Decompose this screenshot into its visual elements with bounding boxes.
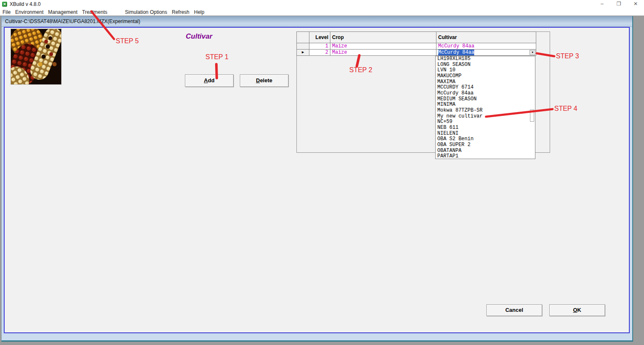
ok-button[interactable]: OK [549, 304, 605, 316]
grid-header-row: Level Crop Cultivar [297, 32, 536, 43]
grid-row-2: ▶ 2 Maize McCurdy 84aa▼ [297, 50, 536, 56]
child-window-title: Cultivar-C:\DSSAT48\MAIZE\UFGA8201.MZX(E… [5, 18, 140, 24]
dropdown-item[interactable]: OBA S2 Benin [436, 136, 535, 142]
xbuild-app-window: ✕ XBuild v 4.8.0 – ❐ ✕ File Environment … [0, 0, 644, 345]
level-cell[interactable]: 2 [309, 50, 330, 56]
dropdown-item[interactable]: MINIMA [436, 102, 535, 108]
dropdown-item[interactable]: NIELENI [436, 131, 535, 137]
cultivar-selected-text: McCurdy 84aa [438, 50, 474, 55]
delete-button[interactable]: Delete [240, 74, 288, 87]
step2-label: STEP 2 [349, 66, 372, 74]
dropdown-item[interactable]: OBA SUPER 2 [436, 142, 535, 148]
dropdown-item[interactable]: PARTAP1 [436, 154, 535, 159]
crop-cell[interactable]: Maize [330, 50, 436, 56]
treatments-grid: Level Crop Cultivar 1 Maize McCurdy 84aa… [296, 31, 536, 56]
page-title: Cultivar [186, 32, 212, 41]
add-button[interactable]: Add [185, 74, 234, 87]
grid-row-1: 1 Maize McCurdy 84aa [297, 43, 536, 50]
grid-header-level: Level [309, 32, 330, 43]
cultivar-dropdown-list: LH198XLH185LONG SEASONLVN 10MAKUCOMPMAXI… [435, 56, 535, 159]
cultivar-cell[interactable]: McCurdy 84aa [436, 43, 536, 50]
close-icon[interactable]: ✕ [627, 0, 644, 8]
minimize-icon[interactable]: – [594, 0, 610, 8]
step4-label: STEP 4 [554, 105, 577, 112]
dropdown-item[interactable]: My new cultivar [436, 114, 535, 120]
dropdown-item[interactable]: NEB 611 [436, 125, 535, 131]
menu-file[interactable]: File [3, 9, 10, 15]
window-controls: – ❐ ✕ [594, 0, 644, 8]
grid-header-cultivar: Cultivar [436, 32, 536, 43]
dropdown-item[interactable]: MEDIUM SEASON [436, 97, 535, 102]
dropdown-item[interactable]: OBATANPA [436, 148, 535, 154]
xbuild-app-icon: ✕ [2, 2, 7, 7]
row-selector-arrow-icon[interactable]: ▶ [297, 50, 309, 56]
menu-simulation-options[interactable]: Simulation Options [125, 9, 167, 15]
dropdown-item[interactable]: LONG SEASON [436, 62, 535, 68]
crop-cell[interactable]: Maize [330, 43, 436, 50]
menubar: File Environment Management Treatments S… [0, 8, 644, 16]
step5-label: STEP 5 [116, 37, 139, 45]
dropdown-scrollbar-thumb[interactable] [530, 110, 534, 122]
dropdown-item[interactable]: Mokwa 87TZPB-SR [436, 108, 535, 114]
child-titlebar: Cultivar-C:\DSSAT48\MAIZE\UFGA8201.MZX(E… [2, 16, 632, 27]
dropdown-item[interactable]: NC+59 [436, 119, 535, 125]
step1-label: STEP 1 [205, 53, 229, 61]
level-cell[interactable]: 1 [309, 43, 330, 50]
menu-refresh[interactable]: Refresh [172, 9, 190, 15]
cultivar-edit-cell[interactable]: McCurdy 84aa▼ [436, 50, 536, 56]
grid-header-crop: Crop [330, 32, 436, 43]
row-selector-cell[interactable] [297, 43, 309, 50]
menu-help[interactable]: Help [194, 9, 205, 15]
step3-label: STEP 3 [556, 52, 579, 60]
dropdown-item[interactable]: LVN 10 [436, 68, 535, 73]
dropdown-item[interactable]: MAKUCOMP [436, 73, 535, 79]
combo-dropdown-icon[interactable]: ▼ [530, 50, 535, 55]
cancel-button[interactable]: Cancel [486, 304, 542, 316]
app-titlebar: ✕ XBuild v 4.8.0 – ❐ ✕ [0, 0, 644, 8]
dropdown-item[interactable]: LH198XLH185 [436, 56, 535, 62]
maize-photo [10, 29, 62, 85]
app-title: XBuild v 4.8.0 [10, 1, 41, 7]
menu-management[interactable]: Management [48, 9, 78, 15]
dropdown-item[interactable]: MCCURDY 6714 [436, 85, 535, 91]
menu-treatments[interactable]: Treatments [82, 9, 107, 15]
dropdown-item[interactable]: McCurdy 84aa [436, 91, 535, 97]
grid-header-selector [297, 32, 309, 43]
restore-icon[interactable]: ❐ [610, 0, 627, 8]
dropdown-item[interactable]: MAXIMA [436, 79, 535, 85]
menu-environment[interactable]: Environment [15, 9, 43, 15]
